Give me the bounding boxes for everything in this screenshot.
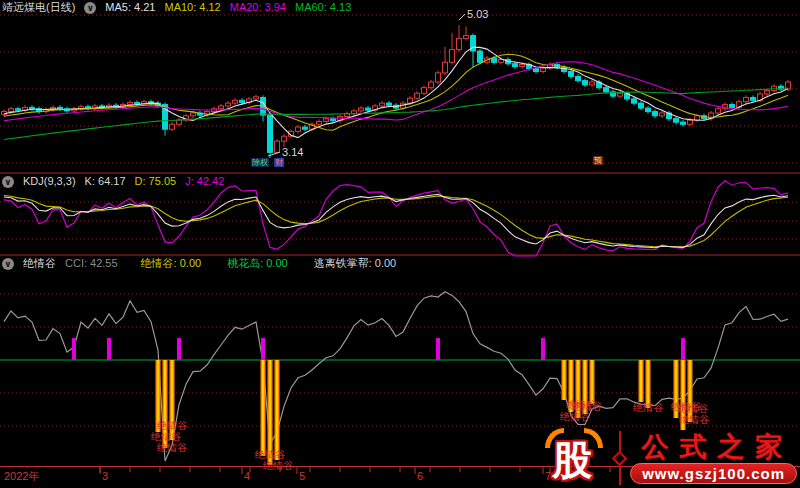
signal-label: 绝情谷 xyxy=(151,432,181,442)
ma-label: MA20: 3.94 xyxy=(230,1,286,14)
signal-label: 绝情谷 xyxy=(255,450,285,460)
signal-label: 绝情谷 xyxy=(633,403,663,413)
signal-label: 绝情谷 xyxy=(263,461,293,471)
instrument-title: 靖远煤电(日线) xyxy=(2,1,75,14)
stock-logo-char: 股 xyxy=(552,438,592,482)
app-window: 靖远煤电(日线) ∨ MA5: 4.21MA10: 4.12MA20: 3.94… xyxy=(0,0,800,488)
main-panel-header: 靖远煤电(日线) ∨ MA5: 4.21MA10: 4.12MA20: 3.94… xyxy=(2,1,351,14)
sub-indicator-value: 桃花岛: 0.00 xyxy=(227,257,288,270)
sub-indicator-name: 绝情谷 xyxy=(23,257,56,270)
axis-month-label: 3 xyxy=(102,470,108,482)
kdj-title: KDJ(9,3,3) xyxy=(23,175,76,188)
cci-value: CCI: 42.55 xyxy=(65,257,118,270)
diamond-icon xyxy=(612,451,628,467)
kdj-panel-header: ∨ KDJ(9,3,3) K: 64.17 D: 75.05 J: 42.42 xyxy=(2,175,224,188)
collapse-main-chart-icon[interactable]: ∨ xyxy=(84,2,96,14)
axis-month-label: 6 xyxy=(417,470,423,482)
kdj-d-value: D: 75.05 xyxy=(135,175,177,188)
axis-month-label: 5 xyxy=(299,470,305,482)
signal-label: 绝情谷 xyxy=(678,404,708,414)
ma-label: MA10: 4.12 xyxy=(164,1,220,14)
signal-label: 绝情谷 xyxy=(560,412,590,422)
watermark-logo: 股 xyxy=(546,430,602,486)
event-badge[interactable]: 财 xyxy=(274,158,284,167)
sub-indicator-value: 逃离铁掌帮: 0.00 xyxy=(314,257,397,270)
sub-panel-header: ∨ 绝情谷 CCI: 42.55 绝情谷: 0.00桃花岛: 0.00逃离铁掌帮… xyxy=(2,257,396,270)
high-price-label: 5.03 xyxy=(467,8,488,20)
watermark: 股 公式之家 www.gszj100.com xyxy=(546,429,797,487)
kdj-j-value: J: 42.42 xyxy=(185,175,224,188)
website-url[interactable]: www.gszj100.com xyxy=(630,463,797,484)
watermark-divider xyxy=(619,431,621,485)
sub-indicator-value: 绝情谷: 0.00 xyxy=(141,257,202,270)
ma-labels: MA5: 4.21MA10: 4.12MA20: 3.94MA60: 4.13 xyxy=(105,1,351,14)
low-price-label: 3.14 xyxy=(282,146,303,158)
ma-label: MA5: 4.21 xyxy=(105,1,155,14)
axis-month-label: 4 xyxy=(244,470,250,482)
signal-label: 绝情谷 xyxy=(679,415,709,425)
signal-label: 绝情谷 xyxy=(157,443,187,453)
sub-values: 绝情谷: 0.00桃花岛: 0.00逃离铁掌帮: 0.00 xyxy=(141,257,397,270)
brand-name: 公式之家 xyxy=(634,432,794,461)
collapse-kdj-icon[interactable]: ∨ xyxy=(2,176,14,188)
event-badge[interactable]: 预 xyxy=(593,156,603,165)
event-badge[interactable]: 除权 xyxy=(251,158,269,167)
ma-label: MA60: 4.13 xyxy=(295,1,351,14)
axis-year-label: 2022年 xyxy=(4,470,39,482)
kdj-k-value: K: 64.17 xyxy=(85,175,126,188)
signal-label: 绝情谷 xyxy=(157,421,187,431)
collapse-sub-icon[interactable]: ∨ xyxy=(2,258,14,270)
